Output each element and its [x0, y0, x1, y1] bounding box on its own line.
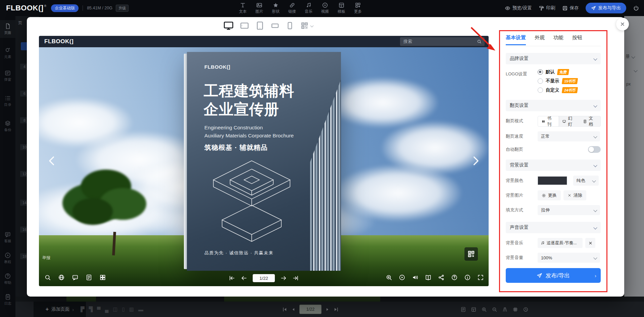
device-tablet-landscape[interactable] — [240, 21, 249, 30]
save-button[interactable]: 保存 — [562, 5, 579, 11]
section-flip-settings[interactable]: 翻页设置 — [506, 100, 601, 111]
tool-image[interactable]: 图片 — [255, 2, 263, 14]
bg-fill-label: 填充方式 — [506, 205, 538, 215]
preview-settings-button[interactable]: 预览/设置 — [505, 5, 532, 11]
bg-fill-select[interactable]: 拉伸 — [538, 205, 600, 215]
power-icon[interactable] — [633, 5, 639, 11]
thumbnail-grid-icon[interactable] — [99, 274, 106, 281]
mode-book[interactable]: 书刊 — [538, 116, 559, 127]
chevron-down-icon — [593, 208, 597, 212]
next-page-icon[interactable] — [280, 275, 287, 281]
prev-page-icon[interactable] — [241, 275, 247, 281]
bg-fill-value: 拉伸 — [541, 207, 550, 213]
device-desktop[interactable] — [223, 20, 234, 31]
upgrade-button[interactable]: 升级 — [116, 5, 129, 12]
tool-video[interactable]: 视频 — [321, 2, 329, 14]
topbar-actions: 预览/设置 印刷 保存 发布与导出 — [505, 0, 639, 16]
last-page-icon[interactable] — [292, 275, 299, 281]
search-icon[interactable] — [477, 39, 482, 44]
chevron-down-icon — [593, 134, 597, 138]
bg-image-change-button[interactable]: 更换 — [538, 190, 561, 200]
building-artwork — [310, 69, 341, 271]
flip-speed-select[interactable]: 正常 — [538, 131, 600, 141]
bg-fill-row: 填充方式 拉伸 — [506, 205, 601, 215]
radio-icon[interactable] — [538, 87, 543, 93]
section-brand-settings[interactable]: 品牌设置 — [506, 53, 601, 64]
auto-flip-toggle[interactable] — [588, 146, 601, 153]
bg-music-remove-button[interactable] — [585, 238, 595, 248]
search-icon[interactable] — [44, 274, 51, 281]
flip-mode-label: 翻页模式 — [506, 116, 538, 127]
cover-subtitle-line2: Auxiliary Materials Corporate Brochure — [204, 132, 294, 140]
first-page-icon[interactable] — [229, 275, 235, 281]
tool-link[interactable]: 链接 — [288, 2, 296, 14]
tool-text[interactable]: 文本 — [239, 2, 247, 14]
viewer-search-box[interactable]: 搜索 — [400, 37, 485, 46]
radio-icon[interactable] — [538, 78, 543, 84]
bg-color-swatch[interactable] — [538, 176, 567, 185]
bg-volume-select[interactable]: 100% — [538, 253, 600, 263]
mode-slides-label: 幻灯 — [568, 116, 576, 127]
free-badge: 免费 — [557, 69, 569, 75]
app-logo[interactable]: FLBOOK(] ® — [6, 4, 46, 12]
tab-appearance[interactable]: 外观 — [535, 35, 545, 44]
tab-buttons[interactable]: 按钮 — [572, 35, 582, 44]
report-link[interactable]: 举报 — [42, 255, 50, 261]
viewer-toolbar: 1/22 — [39, 272, 489, 284]
tool-shape[interactable]: 形状 — [272, 2, 280, 14]
qr-code-icon — [300, 21, 309, 30]
comment-icon[interactable] — [72, 274, 79, 281]
radio-selected-icon[interactable] — [538, 69, 543, 75]
help-icon[interactable] — [451, 274, 458, 281]
logo-option-hide[interactable]: 不显示 15书币 — [538, 78, 578, 84]
send-icon — [591, 6, 596, 11]
bg-image-clear-button[interactable]: 清除 — [563, 190, 586, 200]
chevron-down-icon — [593, 163, 597, 167]
device-phone-landscape[interactable] — [270, 21, 280, 30]
print-roller-icon — [539, 5, 544, 11]
publish-export-button[interactable]: 发布与导出 — [586, 3, 627, 13]
autoplay-icon[interactable] — [399, 274, 405, 281]
section-sound-settings[interactable]: 声音设置 — [506, 222, 601, 233]
tool-template[interactable]: 模板 — [338, 2, 345, 14]
fullscreen-icon[interactable] — [477, 274, 484, 281]
publish-export-big-button[interactable]: 发布/导出 › — [506, 268, 601, 283]
plan-badge[interactable]: 企业基础版 — [51, 4, 79, 12]
close-icon — [620, 21, 625, 27]
logo-option-custom[interactable]: 自定义 24书币 — [538, 87, 578, 93]
tool-music[interactable]: 音乐 — [305, 2, 312, 14]
section-background-settings[interactable]: 背景设置 — [506, 160, 601, 171]
close-button[interactable] — [616, 18, 629, 30]
qr-preview-dropdown[interactable] — [300, 21, 313, 30]
tool-more[interactable]: 更多 — [354, 2, 362, 14]
volume-icon[interactable] — [412, 274, 418, 281]
bg-color-mode-select[interactable]: 纯色 — [573, 176, 599, 186]
info-icon[interactable] — [464, 274, 471, 281]
eye-icon — [505, 5, 510, 11]
book-view-icon[interactable] — [425, 274, 432, 281]
qr-float-button[interactable] — [464, 247, 478, 261]
viewer-page-indicator[interactable]: 1/22 — [253, 274, 275, 282]
flipbook-cover[interactable]: FLBOOK(] 工程建筑辅料 企业宣传册 Engineering Constr… — [187, 52, 341, 271]
share-icon[interactable] — [438, 274, 445, 281]
mode-slides[interactable]: 幻灯 — [559, 116, 580, 126]
device-phone-portrait[interactable] — [285, 21, 294, 30]
logo-option-default[interactable]: 默认 免费 — [538, 69, 578, 75]
print-button[interactable]: 印刷 — [539, 5, 555, 11]
tab-features[interactable]: 功能 — [553, 35, 563, 44]
tool-link-label: 链接 — [288, 9, 296, 14]
prev-page-arrow[interactable] — [45, 154, 59, 168]
logo-option-default-label: 默认 — [546, 69, 555, 75]
mode-document[interactable]: 文档 — [580, 116, 600, 126]
tab-basic-settings[interactable]: 基本设置 — [506, 35, 526, 45]
page-list-icon[interactable] — [86, 274, 92, 281]
device-tablet-portrait[interactable] — [255, 21, 265, 30]
bg-music-select[interactable]: 追逐星辰-节奏... — [538, 238, 583, 248]
publish-export-label: 发布与导出 — [598, 5, 621, 11]
preview-settings-modal: FLBOOK(] 搜索 — [27, 17, 624, 297]
next-page-arrow[interactable] — [468, 154, 483, 168]
zoom-in-icon[interactable] — [386, 274, 392, 281]
language-globe-icon[interactable] — [58, 274, 65, 281]
book-mode-icon — [541, 119, 545, 124]
top-bar: FLBOOK(] ® 企业基础版 85.41M / 20G 升级 文本 图片 形… — [0, 0, 644, 16]
